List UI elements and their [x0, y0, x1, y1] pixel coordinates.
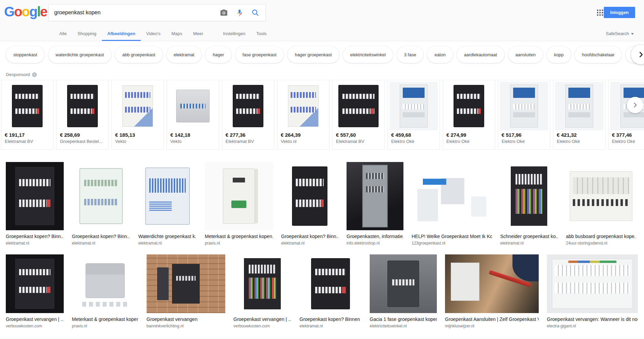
tab[interactable]: Meer [188, 27, 209, 41]
image-result[interactable]: Groepenkast kopen? Binn... elektramat.nl [281, 162, 338, 246]
product-price: € 258,69 [57, 131, 108, 138]
image-result[interactable]: Groepenkast kopen? Binn... elektramat.nl [6, 162, 64, 246]
filter-chip[interactable]: kopp [547, 46, 571, 63]
image-result[interactable]: Waterdichte groepenkast k... elektramat.… [138, 162, 197, 246]
image-result[interactable]: Meterkast & groepenkast kopen... praxis.… [205, 162, 273, 246]
product-seller: Elektramat BV [1, 138, 53, 145]
carousel-next-button[interactable] [627, 97, 643, 113]
product-image [3, 82, 51, 130]
product-card[interactable]: € 142,18 Vekto [167, 80, 219, 150]
tab[interactable]: Tools [251, 27, 272, 41]
product-image [445, 82, 493, 130]
filter-chip[interactable]: aansluiten [508, 46, 543, 63]
image-result[interactable]: Gacia 1 fase groepenkast kopen... elektr… [370, 254, 437, 328]
result-tabs: AlleShoppingAfbeeldingenVideo'sMapsMeerI… [54, 27, 272, 41]
product-card[interactable]: € 377,46 Elektro Oké [608, 80, 644, 150]
logo-letter: e [40, 4, 47, 19]
filter-chip[interactable]: 3 fase [397, 46, 424, 63]
product-image [169, 82, 217, 130]
result-domain: elektriciteitswinkel.nl [370, 324, 437, 328]
filter-chip[interactable]: hager [205, 46, 231, 63]
header: Google Inloggen AlleShoppingAfbeeldingen… [0, 0, 644, 41]
image-result[interactable]: Groepenkast vervangen: Wanneer is dit no… [547, 254, 638, 328]
search-icon[interactable] [251, 9, 259, 17]
chips-row: stoppenkastwaterdichte groepenkastabb gr… [0, 41, 644, 68]
info-icon[interactable] [32, 72, 37, 77]
google-logo[interactable]: Google [4, 3, 47, 20]
result-title: Groepenkasten, informatie... [347, 234, 403, 239]
result-domain: elektramat.nl [500, 241, 558, 246]
product-card[interactable]: € 517,96 Elektro Oké [498, 80, 550, 150]
filter-chip[interactable]: abb groepenkast [115, 46, 163, 63]
result-thumbnail [147, 254, 225, 313]
result-thumbnail [300, 254, 362, 313]
product-card[interactable]: € 557,60 Elektramat BV [332, 80, 385, 150]
image-result[interactable]: Meterkast & groepenkast kopen... praxis.… [72, 254, 138, 328]
camera-icon[interactable] [220, 9, 228, 17]
image-result[interactable]: HELP! Welke Groepenkast Moet Ik Kop... 1… [412, 162, 492, 246]
tab[interactable]: Shopping [72, 27, 102, 41]
sponsored-label: Gesponsord [6, 72, 30, 77]
result-title: Groepenkast Aansluiten | Zelf Groepenkas… [445, 316, 539, 322]
search-input[interactable] [49, 10, 220, 16]
result-title: Groepenkast vervangen | ... [6, 316, 64, 322]
filter-chip[interactable]: elektramat [166, 46, 202, 63]
tab[interactable]: Afbeeldingen [102, 27, 141, 41]
product-card[interactable]: € 274,99 Elektro Oké [443, 80, 495, 150]
product-image [500, 82, 548, 130]
image-result[interactable]: abb busboard groepenkast kope... 24uur-s… [566, 162, 636, 246]
logo-letter: G [4, 4, 14, 19]
result-title: Groepenkast kopen? Binn... [6, 234, 64, 239]
result-thumbnail [6, 254, 64, 313]
product-price: € 517,96 [498, 131, 550, 138]
product-card[interactable]: € 421,32 Elektro Oké [553, 80, 605, 150]
filter-chip[interactable]: hoofdschakelaar [574, 46, 622, 63]
image-result[interactable]: Groepenkast kopen? Binn... elektramat.nl [72, 162, 130, 246]
filter-chip[interactable]: aardlekautomaat [457, 46, 505, 63]
image-result[interactable]: Groepenkast vervangen | ... verbouwkoste… [233, 254, 291, 328]
result-thumbnail [6, 162, 64, 230]
results-row-1: Groepenkast kopen? Binn... elektramat.nl… [6, 162, 644, 246]
image-result[interactable]: Schneider groepenkast ko... elektramat.n… [500, 162, 558, 246]
image-result[interactable]: Groepenkasten, informatie... info.elektr… [347, 162, 403, 246]
tab[interactable]: Alle [54, 27, 72, 41]
safesearch-control[interactable]: SafeSearch [606, 27, 634, 41]
product-card[interactable]: € 459,68 Elektro Oké [387, 80, 440, 150]
product-card[interactable]: € 185,13 Vekto [111, 80, 164, 150]
filter-chip[interactable]: fase groepenkast [235, 46, 284, 63]
signin-button[interactable]: Inloggen [604, 7, 635, 18]
filter-chip[interactable]: elektriciteitswinkel [343, 46, 393, 63]
product-card[interactable]: € 277,36 Elektramat BV [222, 80, 274, 150]
product-image [113, 82, 162, 130]
result-domain: verbouwkosten.com [6, 324, 64, 328]
apps-grid-icon[interactable] [597, 10, 603, 16]
filter-chip[interactable]: hager groepenkast [287, 46, 339, 63]
result-domain: electra-gigant.nl [547, 324, 638, 328]
product-price: € 421,32 [553, 131, 605, 138]
mic-icon[interactable] [235, 9, 244, 17]
image-result[interactable]: Groepenkast vervangen banninkverlichting… [147, 254, 225, 328]
search-bar-icons [220, 9, 265, 17]
caret-down-icon [631, 33, 634, 35]
result-thumbnail [72, 254, 138, 313]
sponsored-label-row: Gesponsord [6, 72, 644, 77]
image-result[interactable]: Groepenkast kopen? Binnen ... elektramat… [300, 254, 362, 328]
result-domain: elektramat.nl [281, 241, 338, 246]
image-result[interactable]: Groepenkast Aansluiten | Zelf Groepenkas… [445, 254, 539, 328]
product-seller: Elektramat BV [333, 138, 384, 145]
result-domain: elektramat.nl [138, 241, 197, 246]
result-thumbnail [500, 162, 558, 230]
tab[interactable]: Video's [141, 27, 166, 41]
filter-chip[interactable]: waterdichte groepenkast [48, 46, 111, 63]
logo-letter: o [22, 4, 29, 19]
result-title: abb busboard groepenkast kope... [566, 234, 636, 239]
product-card[interactable]: € 191,17 Elektramat BV [1, 80, 53, 150]
product-card[interactable]: € 264,39 Vekto.nl [277, 80, 329, 150]
tab[interactable]: Maps [166, 27, 188, 41]
filter-chip[interactable]: stoppenkast [6, 46, 45, 63]
result-title: Groepenkast vervangen: Wanneer is dit no… [547, 316, 638, 322]
image-result[interactable]: Groepenkast vervangen | ... verbouwkoste… [6, 254, 64, 328]
filter-chip[interactable]: eaton [427, 46, 453, 63]
tab[interactable]: Instellingen [217, 27, 251, 41]
product-card[interactable]: € 258,69 Groepenkast Bestel... [56, 80, 109, 150]
